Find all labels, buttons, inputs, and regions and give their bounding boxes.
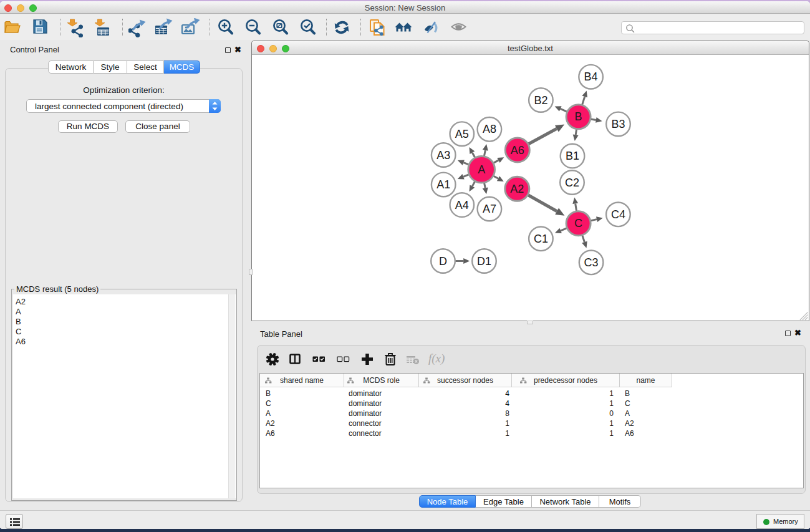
svg-text:A3: A3 bbox=[436, 149, 450, 162]
svg-text:C3: C3 bbox=[584, 256, 599, 269]
svg-text:B3: B3 bbox=[611, 118, 625, 130]
svg-text:C2: C2 bbox=[565, 177, 579, 189]
svg-text:D: D bbox=[439, 255, 447, 268]
svg-text:B2: B2 bbox=[534, 94, 547, 107]
svg-text:B: B bbox=[575, 110, 582, 123]
svg-text:A8: A8 bbox=[483, 123, 496, 135]
svg-text:A2: A2 bbox=[510, 183, 524, 195]
svg-text:A4: A4 bbox=[455, 199, 469, 211]
svg-text:B1: B1 bbox=[566, 150, 579, 162]
svg-text:f(x): f(x) bbox=[428, 352, 445, 365]
svg-text:B4: B4 bbox=[584, 70, 598, 83]
svg-text:A5: A5 bbox=[455, 128, 469, 140]
svg-text:C1: C1 bbox=[534, 233, 548, 245]
svg-text:A1: A1 bbox=[436, 178, 450, 191]
svg-text:A7: A7 bbox=[483, 203, 496, 215]
svg-text:D1: D1 bbox=[477, 255, 491, 268]
svg-text:A6: A6 bbox=[511, 144, 524, 157]
svg-text:A: A bbox=[478, 163, 485, 176]
svg-text:C4: C4 bbox=[611, 208, 625, 221]
svg-text:C: C bbox=[574, 217, 582, 230]
